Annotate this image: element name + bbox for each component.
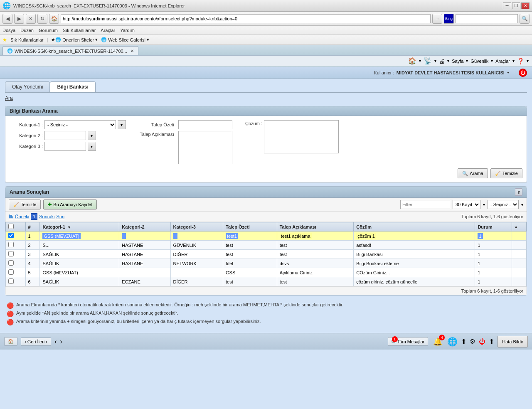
table-row[interactable]: 4 SAĞLIK HASTANE NETWORK fdef dsvs Bilgi… bbox=[6, 259, 527, 268]
count-select[interactable]: 30 Kayıt 10 Kayıt 50 Kayıt bbox=[453, 200, 480, 209]
ara-link[interactable]: Ara bbox=[0, 94, 18, 103]
row-kategori1-cell: GSS (MEVZUAT) bbox=[40, 268, 119, 277]
collapse-button[interactable]: ⇑ bbox=[515, 188, 522, 196]
row-kategori3-cell bbox=[170, 268, 223, 277]
row-extra-cell bbox=[512, 250, 526, 259]
close-button[interactable]: ✕ bbox=[521, 2, 530, 9]
upload-icon[interactable]: ⬆ bbox=[461, 338, 466, 345]
col-talep-ozeti: Talep Özeti bbox=[223, 222, 277, 232]
bing-search-input[interactable] bbox=[456, 14, 518, 23]
header-row: # Kategori-1 ▼ Kategori-2 Kategori-3 Tal… bbox=[6, 222, 527, 232]
print-icon[interactable]: 🖨 bbox=[439, 58, 445, 64]
col-id: # bbox=[25, 222, 40, 232]
search-button[interactable]: 🔍 bbox=[520, 14, 530, 24]
chevron-webslice-icon: ▾ bbox=[147, 37, 149, 42]
stop-button[interactable]: ✕ bbox=[26, 14, 36, 24]
restore-button[interactable]: ❐ bbox=[512, 2, 520, 9]
table-row[interactable]: 1 GSS (MEVZUAT) test1 test1 açıklama çöz… bbox=[6, 232, 527, 241]
menu-yardim[interactable]: Yardım bbox=[120, 28, 135, 33]
sonraki-link[interactable]: Sonraki bbox=[39, 214, 54, 219]
fav-onerilen-btn[interactable]: ★🌐 Önerilen Siteler ▾ bbox=[51, 37, 98, 42]
browser-toolbar: ◀ ▶ ✕ ↻ 🏠 → Bing 🔍 bbox=[0, 12, 532, 26]
tab-label: WINDESK-SGK-knb_search_EXT-EXTUSER-11470… bbox=[15, 49, 127, 54]
kategori1-select[interactable]: - Seçiniz - bbox=[44, 120, 116, 129]
expand-icon-status[interactable]: ⬆ bbox=[489, 338, 494, 345]
cozum-input-wrapper bbox=[264, 120, 339, 153]
menu-dosya[interactable]: Dosya bbox=[2, 28, 15, 33]
kategori2-label: Kategori-2 : bbox=[10, 133, 43, 138]
color-icon[interactable]: 🌐 bbox=[447, 337, 458, 347]
seciniz-select[interactable]: - Seçiniz - bbox=[488, 200, 519, 209]
page-current[interactable]: 1 bbox=[31, 213, 37, 220]
talep-ozeti-input[interactable] bbox=[178, 120, 232, 129]
geri-ileri-button[interactable]: ‹ Geri İleri › bbox=[21, 338, 51, 346]
minimize-button[interactable]: ─ bbox=[503, 2, 511, 9]
menu-araclar[interactable]: Araçlar bbox=[101, 28, 115, 33]
kategori2-input[interactable] bbox=[44, 131, 86, 140]
table-row[interactable]: 3 SAĞLIK HASTANE DİĞER test test Bilgi B… bbox=[6, 250, 527, 259]
menu-gorunum[interactable]: Görünüm bbox=[39, 28, 58, 33]
table-row[interactable]: 6 SAĞLIK ECZANE DİĞER test test çözüm gi… bbox=[6, 277, 527, 286]
menu-sik[interactable]: Sık Kullanılanlar bbox=[63, 28, 96, 33]
kategori3-dropdown-btn[interactable]: ▾ bbox=[88, 142, 96, 151]
row-id-cell: 3 bbox=[25, 250, 40, 259]
search-panel-header: Bilgi Bankası Arama bbox=[5, 106, 527, 116]
row-checkbox-cell bbox=[6, 259, 26, 268]
power-icon-status[interactable]: ⏻ bbox=[479, 338, 485, 345]
user-dropdown-icon[interactable]: ▾ bbox=[507, 70, 509, 75]
menu-duzen[interactable]: Düzen bbox=[20, 28, 34, 33]
search-panel-title: Bilgi Bankası Arama bbox=[10, 108, 58, 114]
row-4-checkbox[interactable] bbox=[8, 260, 14, 266]
filter-input[interactable] bbox=[400, 200, 450, 209]
hata-bildir-button[interactable]: Hata Bildir bbox=[498, 336, 528, 347]
logout-button[interactable]: ⏻ bbox=[519, 69, 527, 77]
tab-bilgi-bankasi[interactable]: Bilgi Bankası bbox=[50, 81, 95, 92]
table-row[interactable]: 5 GSS (MEVZUAT) GSS Açıklama Giriniz ÇÖz… bbox=[6, 268, 527, 277]
row-cozum-cell: Bilgi Bankası bbox=[354, 250, 475, 259]
tab-olay-yonetimi[interactable]: Olay Yönetimi bbox=[5, 81, 50, 92]
cozum-input[interactable] bbox=[264, 120, 339, 153]
kategori3-input[interactable] bbox=[44, 142, 86, 151]
go-button[interactable]: → bbox=[432, 14, 442, 24]
results-temizle-button[interactable]: 🧹 Temizle bbox=[9, 200, 41, 209]
refresh-button[interactable]: ↻ bbox=[37, 14, 47, 24]
kategori1-dropdown-btn[interactable]: ▾ bbox=[118, 120, 126, 129]
select-all-checkbox[interactable] bbox=[8, 224, 14, 229]
son-link[interactable]: Son bbox=[57, 214, 65, 219]
talep-aciklamasi-input[interactable] bbox=[178, 131, 232, 164]
nav-arrow-right[interactable]: › bbox=[60, 338, 62, 345]
fav-webslice-btn[interactable]: 🌐 Web Slice Galerisi ▾ bbox=[101, 37, 149, 42]
forward-button[interactable]: ▶ bbox=[14, 14, 24, 24]
row-5-checkbox[interactable] bbox=[8, 269, 14, 275]
tab-close-icon[interactable]: ✕ bbox=[131, 49, 134, 53]
kaydet-button[interactable]: ✚ Bu Aramayı Kaydet bbox=[43, 200, 97, 209]
onceki-link[interactable]: Önceki bbox=[15, 214, 29, 219]
status-home-button[interactable]: 🏠 bbox=[4, 337, 17, 346]
row-extra-cell bbox=[512, 232, 526, 241]
help-icon[interactable]: ❓ bbox=[517, 58, 524, 64]
fav-sik-btn[interactable]: Sık Kullanılanlar bbox=[10, 37, 44, 42]
row-extra-cell bbox=[512, 277, 526, 286]
rss-icon[interactable]: 📡 bbox=[424, 57, 432, 65]
nav-arrow-left[interactable]: ‹ bbox=[54, 338, 57, 345]
row-3-checkbox[interactable] bbox=[8, 251, 14, 256]
temizle-button[interactable]: 🧹 Temizle bbox=[490, 168, 522, 178]
kategori-section: Kategori-1 : - Seçiniz - ▾ Kategori-2 : … bbox=[10, 120, 126, 153]
arama-button[interactable]: 🔍 Arama bbox=[458, 168, 488, 178]
table-row[interactable]: 2 S... HASTANE GÜVENLİK test test asfasd… bbox=[6, 241, 527, 250]
ilk-link[interactable]: İlk bbox=[9, 214, 13, 219]
kategori2-dropdown-btn[interactable]: ▾ bbox=[88, 131, 96, 140]
home-nav-button[interactable]: 🏠 bbox=[49, 14, 59, 24]
address-bar[interactable] bbox=[61, 14, 431, 23]
row-kategori2-cell bbox=[119, 232, 170, 241]
row-extra-cell bbox=[512, 241, 526, 250]
col-kategori1[interactable]: Kategori-1 ▼ bbox=[40, 222, 119, 232]
row-6-checkbox[interactable] bbox=[8, 278, 14, 284]
home-icon-toolbar[interactable]: 🏠 bbox=[408, 57, 416, 65]
messages-button[interactable]: ✉ 1 Tüm Mesajlar bbox=[388, 337, 429, 346]
row-1-checkbox[interactable] bbox=[8, 233, 14, 238]
browser-tab-1[interactable]: 🌐 WINDESK-SGK-knb_search_EXT-EXTUSER-114… bbox=[2, 46, 138, 55]
row-2-checkbox[interactable] bbox=[8, 242, 14, 247]
settings-icon[interactable]: ⚙ bbox=[470, 338, 475, 345]
back-button[interactable]: ◀ bbox=[2, 14, 12, 24]
